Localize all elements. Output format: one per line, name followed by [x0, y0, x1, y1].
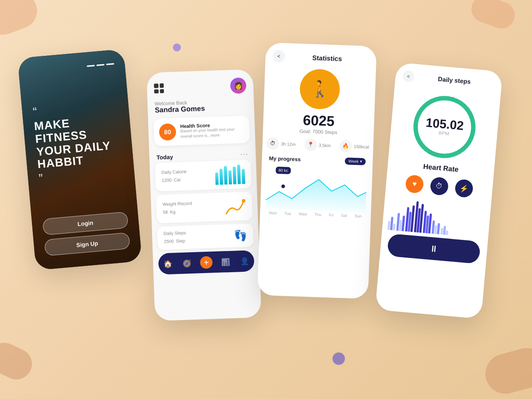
distance-stat: 📍 3.5km — [304, 138, 331, 152]
today-label: Today — [156, 153, 173, 160]
more-options-icon[interactable]: ··· — [240, 150, 249, 158]
weight-info: Weight Record 58 Kg — [162, 201, 192, 216]
health-score-circle: 80 — [159, 123, 176, 141]
calorie-value: 1200 Cal — [161, 174, 187, 184]
weight-card[interactable]: Weight Record 58 Kg — [156, 192, 253, 223]
bar-7 — [242, 169, 245, 184]
bar-group-7 — [440, 226, 449, 235]
heart-rate-header: < Daily steps — [395, 63, 503, 92]
calories-value: 150kcal — [354, 144, 369, 149]
bar-group-3 — [405, 205, 415, 232]
chevron-down-icon: ▾ — [360, 159, 362, 164]
fitness-icon[interactable]: ⚡ — [454, 179, 473, 198]
bar-6 — [237, 164, 241, 184]
nav-add[interactable]: + — [200, 256, 213, 269]
phones-container: “ MAKE FITNESS YOUR DAILY HABBIT ” Login… — [0, 0, 532, 399]
gauge-container: 105.02 BPM — [406, 89, 483, 165]
time-value: 3h 12m — [281, 141, 296, 147]
bpm-value: 105.02 — [425, 117, 464, 132]
stats-header: < Statistics — [265, 43, 377, 70]
day-thu: Thu — [314, 212, 321, 217]
steps-card[interactable]: Daily Steps 2500 Step 👣 — [157, 223, 254, 250]
health-card[interactable]: 80 Health Score Based on your health tes… — [153, 115, 250, 146]
calorie-card[interactable]: Daily Calorie 1200 Cal — [155, 160, 251, 191]
bar-group-5 — [423, 211, 432, 233]
nav-compass[interactable]: 🧭 — [181, 257, 194, 270]
steps-walk-icon: 🚶 — [309, 79, 330, 99]
week-filter[interactable]: Week ▾ — [345, 157, 366, 165]
nav-profile[interactable]: 👤 — [238, 254, 251, 267]
steps-value: 2500 Step — [164, 235, 186, 245]
signup-button[interactable]: Sign Up — [44, 232, 130, 256]
bar-group-1 — [387, 216, 396, 230]
bar-5 — [233, 166, 236, 184]
day-tue: Tue — [284, 211, 291, 216]
bar-group-4 — [414, 201, 424, 233]
weight-value: 58 Kg — [163, 206, 192, 216]
progress-chart: 80 kc — [266, 164, 367, 212]
splash-headline: MAKE FITNESS YOUR DAILY HABBIT — [34, 113, 123, 171]
splash-buttons: Login Sign Up — [42, 211, 130, 256]
progress-title: My progress — [269, 155, 301, 162]
bar-group-6 — [431, 220, 440, 234]
bar-group-2 — [396, 213, 405, 231]
distance-value: 3.5km — [319, 143, 331, 148]
distance-icon: 📍 — [304, 138, 317, 151]
steps-circle: 🚶 — [299, 69, 340, 110]
health-card-text: Health Score Based on your health test y… — [180, 121, 244, 139]
bar-1 — [215, 172, 219, 185]
day-sat: Sat — [341, 213, 347, 218]
day-wed: Wed — [299, 212, 307, 217]
weight-chart-icon — [223, 196, 246, 217]
day-mon: Mon — [269, 211, 277, 215]
back-button[interactable]: < — [272, 50, 285, 63]
login-button[interactable]: Login — [42, 211, 128, 235]
phone-splash-content: “ MAKE FITNESS YOUR DAILY HABBIT ” Login… — [18, 49, 142, 270]
pause-button[interactable]: ⏸ — [387, 234, 481, 264]
daily-steps-title: Daily steps — [414, 73, 495, 87]
splash-quote: “ MAKE FITNESS YOUR DAILY HABBIT ” — [32, 98, 124, 184]
day-sun: Sun — [355, 214, 362, 219]
dashboard-header: 👩 — [146, 69, 254, 101]
bar-4 — [228, 170, 232, 184]
bar-2 — [219, 168, 223, 184]
steps-icon: 👣 — [234, 229, 247, 242]
bottom-nav: 🏠 🧭 + 📊 👤 — [158, 250, 255, 275]
nav-stats[interactable]: 📊 — [219, 255, 232, 268]
stats-icons-row: ⏱ 3h 12m 📍 3.5km 🔥 150kcal — [262, 137, 374, 153]
calorie-info: Daily Calorie 1200 Cal — [161, 169, 187, 184]
nav-home[interactable]: 🏠 — [161, 257, 174, 270]
chart-tooltip: 80 kc — [276, 167, 291, 174]
bar-3 — [224, 166, 227, 184]
gauge-value: 105.02 BPM — [425, 117, 464, 137]
phone-statistics: < Statistics 🚶 6025 Goal: 7000 Steps ⏱ 3… — [257, 43, 377, 299]
calorie-chart — [215, 164, 245, 185]
back-button-2[interactable]: < — [402, 70, 415, 82]
grid-icon[interactable] — [154, 83, 164, 94]
time-icon: ⏱ — [266, 137, 279, 150]
phone-splash: “ MAKE FITNESS YOUR DAILY HABBIT ” Login… — [18, 49, 142, 270]
phone-dashboard: 👩 Welcome Back Sandra Gomes 80 Health Sc… — [146, 69, 261, 321]
calories-stat: 🔥 150kcal — [340, 140, 369, 153]
clock-icon[interactable]: ⏱ — [430, 176, 449, 196]
menu-dots — [29, 63, 114, 72]
svg-point-0 — [242, 199, 245, 203]
calories-icon: 🔥 — [340, 140, 352, 153]
phone-heart-rate: < Daily steps 105.02 BPM Heart Rate ♥ ⏱ … — [375, 63, 503, 319]
avatar[interactable]: 👩 — [230, 78, 246, 94]
heart-rate-chart — [382, 194, 491, 239]
day-fri: Fri — [329, 213, 334, 217]
pause-icon: ⏸ — [429, 243, 439, 254]
time-stat: ⏱ 3h 12m — [266, 137, 296, 150]
stats-title: Statistics — [285, 53, 369, 63]
health-desc: Based on your health test your overall s… — [180, 127, 245, 139]
steps-info: Daily Steps 2500 Step — [164, 230, 187, 245]
weight-label: Weight Record — [162, 201, 192, 207]
heart-icon[interactable]: ♥ — [405, 174, 424, 193]
